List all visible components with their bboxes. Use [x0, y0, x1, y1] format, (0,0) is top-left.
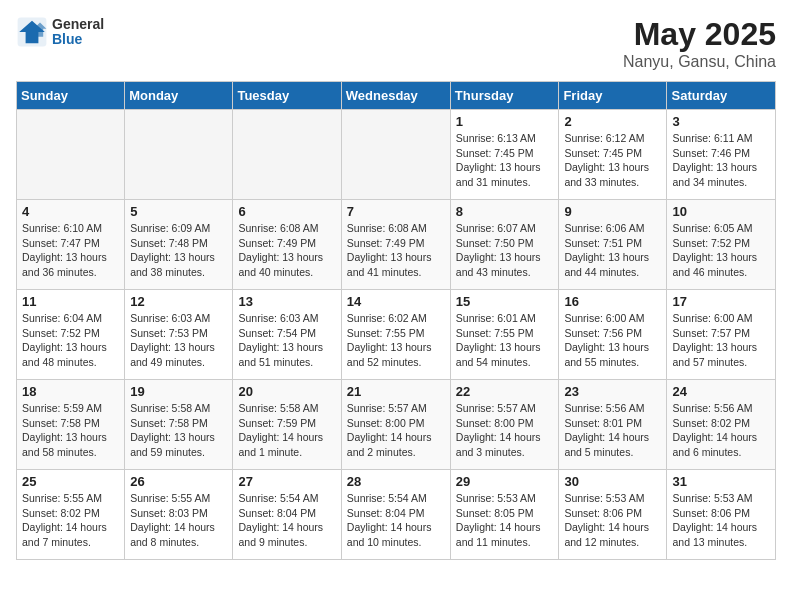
- day-number: 31: [672, 474, 770, 489]
- calendar-cell: 6Sunrise: 6:08 AM Sunset: 7:49 PM Daylig…: [233, 200, 341, 290]
- calendar-cell: 16Sunrise: 6:00 AM Sunset: 7:56 PM Dayli…: [559, 290, 667, 380]
- calendar-cell: 5Sunrise: 6:09 AM Sunset: 7:48 PM Daylig…: [125, 200, 233, 290]
- logo-icon: [16, 16, 48, 48]
- day-header-wednesday: Wednesday: [341, 82, 450, 110]
- calendar-cell: [341, 110, 450, 200]
- day-header-monday: Monday: [125, 82, 233, 110]
- calendar-cell: 27Sunrise: 5:54 AM Sunset: 8:04 PM Dayli…: [233, 470, 341, 560]
- day-info: Sunrise: 5:54 AM Sunset: 8:04 PM Dayligh…: [347, 491, 445, 550]
- calendar-cell: 31Sunrise: 5:53 AM Sunset: 8:06 PM Dayli…: [667, 470, 776, 560]
- calendar-cell: 18Sunrise: 5:59 AM Sunset: 7:58 PM Dayli…: [17, 380, 125, 470]
- day-number: 15: [456, 294, 554, 309]
- day-number: 2: [564, 114, 661, 129]
- day-header-saturday: Saturday: [667, 82, 776, 110]
- logo-blue-text: Blue: [52, 32, 104, 47]
- day-number: 8: [456, 204, 554, 219]
- day-info: Sunrise: 6:03 AM Sunset: 7:53 PM Dayligh…: [130, 311, 227, 370]
- calendar-cell: 14Sunrise: 6:02 AM Sunset: 7:55 PM Dayli…: [341, 290, 450, 380]
- calendar-cell: 22Sunrise: 5:57 AM Sunset: 8:00 PM Dayli…: [450, 380, 559, 470]
- day-number: 28: [347, 474, 445, 489]
- day-info: Sunrise: 6:08 AM Sunset: 7:49 PM Dayligh…: [238, 221, 335, 280]
- day-number: 10: [672, 204, 770, 219]
- day-info: Sunrise: 6:02 AM Sunset: 7:55 PM Dayligh…: [347, 311, 445, 370]
- calendar-cell: 25Sunrise: 5:55 AM Sunset: 8:02 PM Dayli…: [17, 470, 125, 560]
- calendar-cell: [233, 110, 341, 200]
- calendar-cell: 1Sunrise: 6:13 AM Sunset: 7:45 PM Daylig…: [450, 110, 559, 200]
- day-number: 22: [456, 384, 554, 399]
- day-info: Sunrise: 6:09 AM Sunset: 7:48 PM Dayligh…: [130, 221, 227, 280]
- day-number: 21: [347, 384, 445, 399]
- day-info: Sunrise: 6:12 AM Sunset: 7:45 PM Dayligh…: [564, 131, 661, 190]
- calendar-title: May 2025: [623, 16, 776, 53]
- calendar-cell: 10Sunrise: 6:05 AM Sunset: 7:52 PM Dayli…: [667, 200, 776, 290]
- day-number: 1: [456, 114, 554, 129]
- calendar-cell: 4Sunrise: 6:10 AM Sunset: 7:47 PM Daylig…: [17, 200, 125, 290]
- day-info: Sunrise: 6:00 AM Sunset: 7:56 PM Dayligh…: [564, 311, 661, 370]
- day-number: 13: [238, 294, 335, 309]
- day-number: 5: [130, 204, 227, 219]
- day-info: Sunrise: 5:53 AM Sunset: 8:06 PM Dayligh…: [672, 491, 770, 550]
- day-number: 26: [130, 474, 227, 489]
- calendar-cell: 23Sunrise: 5:56 AM Sunset: 8:01 PM Dayli…: [559, 380, 667, 470]
- day-info: Sunrise: 5:53 AM Sunset: 8:05 PM Dayligh…: [456, 491, 554, 550]
- day-info: Sunrise: 6:00 AM Sunset: 7:57 PM Dayligh…: [672, 311, 770, 370]
- day-info: Sunrise: 5:58 AM Sunset: 7:59 PM Dayligh…: [238, 401, 335, 460]
- calendar-subtitle: Nanyu, Gansu, China: [623, 53, 776, 71]
- day-info: Sunrise: 6:13 AM Sunset: 7:45 PM Dayligh…: [456, 131, 554, 190]
- day-info: Sunrise: 5:58 AM Sunset: 7:58 PM Dayligh…: [130, 401, 227, 460]
- day-number: 9: [564, 204, 661, 219]
- calendar-cell: 12Sunrise: 6:03 AM Sunset: 7:53 PM Dayli…: [125, 290, 233, 380]
- week-row-2: 4Sunrise: 6:10 AM Sunset: 7:47 PM Daylig…: [17, 200, 776, 290]
- day-number: 14: [347, 294, 445, 309]
- calendar-cell: 24Sunrise: 5:56 AM Sunset: 8:02 PM Dayli…: [667, 380, 776, 470]
- day-info: Sunrise: 6:03 AM Sunset: 7:54 PM Dayligh…: [238, 311, 335, 370]
- day-header-thursday: Thursday: [450, 82, 559, 110]
- day-header-friday: Friday: [559, 82, 667, 110]
- day-info: Sunrise: 5:55 AM Sunset: 8:03 PM Dayligh…: [130, 491, 227, 550]
- day-info: Sunrise: 6:10 AM Sunset: 7:47 PM Dayligh…: [22, 221, 119, 280]
- day-info: Sunrise: 5:57 AM Sunset: 8:00 PM Dayligh…: [347, 401, 445, 460]
- page-header: General Blue May 2025 Nanyu, Gansu, Chin…: [16, 16, 776, 71]
- day-info: Sunrise: 5:54 AM Sunset: 8:04 PM Dayligh…: [238, 491, 335, 550]
- calendar-table: SundayMondayTuesdayWednesdayThursdayFrid…: [16, 81, 776, 560]
- calendar-cell: 11Sunrise: 6:04 AM Sunset: 7:52 PM Dayli…: [17, 290, 125, 380]
- calendar-cell: 7Sunrise: 6:08 AM Sunset: 7:49 PM Daylig…: [341, 200, 450, 290]
- day-number: 24: [672, 384, 770, 399]
- week-row-1: 1Sunrise: 6:13 AM Sunset: 7:45 PM Daylig…: [17, 110, 776, 200]
- logo-general-text: General: [52, 17, 104, 32]
- day-number: 17: [672, 294, 770, 309]
- day-number: 23: [564, 384, 661, 399]
- day-header-tuesday: Tuesday: [233, 82, 341, 110]
- week-row-4: 18Sunrise: 5:59 AM Sunset: 7:58 PM Dayli…: [17, 380, 776, 470]
- day-number: 30: [564, 474, 661, 489]
- calendar-cell: 30Sunrise: 5:53 AM Sunset: 8:06 PM Dayli…: [559, 470, 667, 560]
- day-info: Sunrise: 6:05 AM Sunset: 7:52 PM Dayligh…: [672, 221, 770, 280]
- day-info: Sunrise: 5:55 AM Sunset: 8:02 PM Dayligh…: [22, 491, 119, 550]
- day-info: Sunrise: 5:53 AM Sunset: 8:06 PM Dayligh…: [564, 491, 661, 550]
- day-info: Sunrise: 5:56 AM Sunset: 8:01 PM Dayligh…: [564, 401, 661, 460]
- calendar-cell: 17Sunrise: 6:00 AM Sunset: 7:57 PM Dayli…: [667, 290, 776, 380]
- day-info: Sunrise: 6:04 AM Sunset: 7:52 PM Dayligh…: [22, 311, 119, 370]
- day-info: Sunrise: 6:11 AM Sunset: 7:46 PM Dayligh…: [672, 131, 770, 190]
- calendar-cell: 21Sunrise: 5:57 AM Sunset: 8:00 PM Dayli…: [341, 380, 450, 470]
- day-info: Sunrise: 5:57 AM Sunset: 8:00 PM Dayligh…: [456, 401, 554, 460]
- day-number: 7: [347, 204, 445, 219]
- calendar-cell: 19Sunrise: 5:58 AM Sunset: 7:58 PM Dayli…: [125, 380, 233, 470]
- day-number: 3: [672, 114, 770, 129]
- calendar-cell: 26Sunrise: 5:55 AM Sunset: 8:03 PM Dayli…: [125, 470, 233, 560]
- calendar-cell: [125, 110, 233, 200]
- day-number: 29: [456, 474, 554, 489]
- logo-text: General Blue: [52, 17, 104, 48]
- day-number: 20: [238, 384, 335, 399]
- day-info: Sunrise: 5:59 AM Sunset: 7:58 PM Dayligh…: [22, 401, 119, 460]
- day-number: 25: [22, 474, 119, 489]
- calendar-cell: 20Sunrise: 5:58 AM Sunset: 7:59 PM Dayli…: [233, 380, 341, 470]
- day-info: Sunrise: 6:07 AM Sunset: 7:50 PM Dayligh…: [456, 221, 554, 280]
- day-number: 16: [564, 294, 661, 309]
- day-number: 19: [130, 384, 227, 399]
- title-area: May 2025 Nanyu, Gansu, China: [623, 16, 776, 71]
- week-row-5: 25Sunrise: 5:55 AM Sunset: 8:02 PM Dayli…: [17, 470, 776, 560]
- week-row-3: 11Sunrise: 6:04 AM Sunset: 7:52 PM Dayli…: [17, 290, 776, 380]
- day-number: 6: [238, 204, 335, 219]
- calendar-body: 1Sunrise: 6:13 AM Sunset: 7:45 PM Daylig…: [17, 110, 776, 560]
